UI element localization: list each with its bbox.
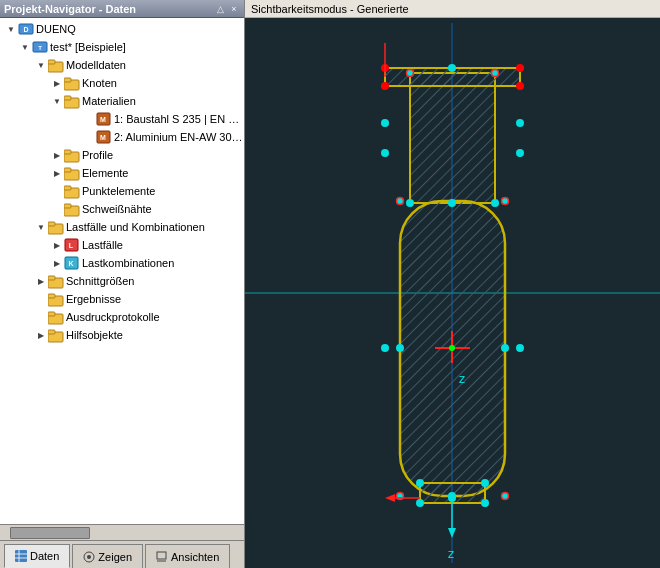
expander-elemente[interactable]: ▶ — [50, 166, 64, 180]
label-punktelemente: Punktelemente — [82, 185, 155, 197]
right-title: Sichtbarkeitsmodus - Generierte — [251, 3, 409, 15]
expander-lastfall[interactable]: ▶ — [50, 238, 64, 252]
icon-folder-knoten — [64, 77, 80, 91]
icon-folder-hilfsobjekte — [48, 329, 64, 343]
svg-rect-23 — [48, 222, 55, 226]
icon-folder-schweissnaehte — [64, 203, 80, 217]
tree-item-punktelemente[interactable]: Punktelemente — [0, 182, 244, 200]
svg-text:M: M — [100, 116, 106, 123]
svg-rect-9 — [64, 96, 71, 100]
svg-text:T: T — [38, 45, 42, 51]
tab-ansichten-label: Ansichten — [171, 551, 219, 563]
svg-point-85 — [416, 499, 424, 507]
label-ergebnisse: Ergebnisse — [66, 293, 121, 305]
svg-point-97 — [448, 64, 456, 72]
svg-point-62 — [516, 82, 524, 90]
icon-folder-schnittgroessen — [48, 275, 64, 289]
tree-item-test[interactable]: ▼ T test* [Beispiele] — [0, 38, 244, 56]
expander-knoten[interactable]: ▶ — [50, 76, 64, 90]
tree-item-knoten[interactable]: ▶ Knoten — [0, 74, 244, 92]
expander-mat1 — [82, 112, 96, 126]
tab-zeigen-label: Zeigen — [98, 551, 132, 563]
svg-point-99 — [381, 149, 389, 157]
svg-point-66 — [491, 199, 499, 207]
expander-test[interactable]: ▼ — [18, 40, 32, 54]
minimize-btn[interactable]: △ — [214, 3, 226, 15]
tree-item-profile[interactable]: ▶ Profile — [0, 146, 244, 164]
expander-ausdruckprotokolle — [34, 310, 48, 324]
tree-item-schweissnaehte[interactable]: Schweißnähte — [0, 200, 244, 218]
label-test: test* [Beispiele] — [50, 41, 126, 53]
svg-point-102 — [516, 119, 524, 127]
svg-point-100 — [516, 149, 524, 157]
tree-item-mat1[interactable]: M 1: Baustahl S 235 | EN 1993-1-1:20 — [0, 110, 244, 128]
svg-rect-21 — [64, 204, 71, 208]
table-icon — [15, 550, 27, 562]
left-panel: Projekt-Navigator - Daten △ × ▼ D DUENQ — [0, 0, 245, 568]
tree-item-ergebnisse[interactable]: Ergebnisse — [0, 290, 244, 308]
tree-item-lastfall[interactable]: ▶ L Lastfälle — [0, 236, 244, 254]
label-profile: Profile — [82, 149, 113, 161]
tree-item-ausdruckprotokolle[interactable]: Ausdruckprotokolle — [0, 308, 244, 326]
pin-btn[interactable]: × — [228, 3, 240, 15]
svg-point-98 — [448, 199, 456, 207]
tree-item-lastkomb[interactable]: ▶ K Lastkombinationen — [0, 254, 244, 272]
svg-rect-5 — [48, 60, 55, 64]
svg-text:D: D — [23, 26, 28, 33]
expander-lastfaelle[interactable]: ▼ — [34, 220, 48, 234]
expander-ergebnisse — [34, 292, 48, 306]
tab-daten[interactable]: Daten — [4, 544, 70, 568]
tree-item-duenq[interactable]: ▼ D DUENQ — [0, 20, 244, 38]
label-lastkomb: Lastkombinationen — [82, 257, 174, 269]
tree-item-lastfaelle[interactable]: ▼ Lastfälle und Kombinationen — [0, 218, 244, 236]
expander-lastkomb[interactable]: ▶ — [50, 256, 64, 270]
label-materialien: Materialien — [82, 95, 136, 107]
svg-rect-17 — [64, 168, 71, 172]
svg-rect-19 — [64, 186, 71, 190]
svg-rect-15 — [64, 150, 71, 154]
scrollbar-thumb[interactable] — [10, 527, 90, 539]
expander-schnittgroessen[interactable]: ▶ — [34, 274, 48, 288]
svg-point-60 — [516, 64, 524, 72]
label-modelldaten: Modelldaten — [66, 59, 126, 71]
cad-drawing: z z — [245, 18, 660, 568]
icon-folder-lastfaelle — [48, 221, 64, 235]
tree-item-materialien[interactable]: ▼ Materialien — [0, 92, 244, 110]
expander-schweissnaehte — [50, 202, 64, 216]
svg-rect-42 — [157, 552, 166, 559]
svg-text:K: K — [68, 260, 73, 267]
label-elemente: Elemente — [82, 167, 128, 179]
label-mat1: 1: Baustahl S 235 | EN 1993-1-1:20 — [114, 113, 244, 125]
expander-duenq[interactable]: ▼ — [4, 22, 18, 36]
panel-titlebar: Projekt-Navigator - Daten △ × — [0, 0, 244, 18]
svg-rect-7 — [64, 78, 71, 82]
svg-point-74 — [501, 344, 509, 352]
tree-area[interactable]: ▼ D DUENQ ▼ T test* [Beispiele] — [0, 18, 244, 524]
tree-item-modelldaten[interactable]: ▼ Modelldaten — [0, 56, 244, 74]
tree-item-schnittgroessen[interactable]: ▶ Schnittgrößen — [0, 272, 244, 290]
icon-duenq: D — [18, 21, 34, 37]
expander-profile[interactable]: ▶ — [50, 148, 64, 162]
label-knoten: Knoten — [82, 77, 117, 89]
label-schweissnaehte: Schweißnähte — [82, 203, 152, 215]
tab-ansichten[interactable]: Ansichten — [145, 544, 230, 568]
svg-rect-31 — [48, 294, 55, 298]
svg-point-84 — [481, 479, 489, 487]
tab-zeigen[interactable]: Zeigen — [72, 544, 143, 568]
expander-materialien[interactable]: ▼ — [50, 94, 64, 108]
icon-folder-modelldaten — [48, 59, 64, 73]
svg-point-73 — [396, 344, 404, 352]
label-mat2: 2: Aluminium EN-AW 3004 H14 | E — [114, 131, 244, 143]
tree-item-elemente[interactable]: ▶ Elemente — [0, 164, 244, 182]
horizontal-scrollbar[interactable] — [0, 524, 244, 540]
expander-mat2 — [82, 130, 96, 144]
expander-modelldaten[interactable]: ▼ — [34, 58, 48, 72]
tree-item-hilfsobjekte[interactable]: ▶ Hilfsobjekte — [0, 326, 244, 344]
icon-folder-profile — [64, 149, 80, 163]
expander-hilfsobjekte[interactable]: ▶ — [34, 328, 48, 342]
viewport[interactable]: z z — [245, 18, 660, 568]
right-panel: Sichtbarkeitsmodus - Generierte — [245, 0, 660, 568]
svg-rect-36 — [15, 550, 27, 562]
tree-item-mat2[interactable]: M 2: Aluminium EN-AW 3004 H14 | E — [0, 128, 244, 146]
icon-folder-punktelemente — [64, 185, 80, 199]
